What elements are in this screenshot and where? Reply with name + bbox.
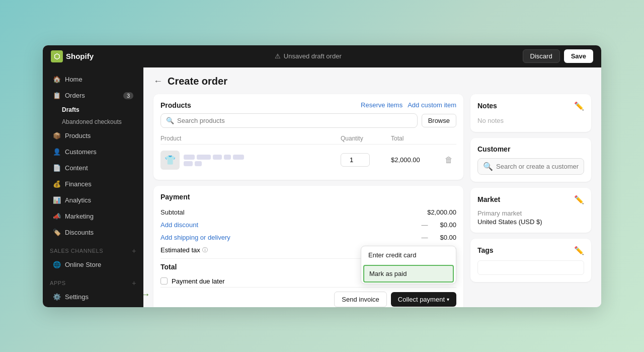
save-button[interactable]: Save [564,49,593,63]
sidebar-label-online-store: Online Store [65,261,101,268]
logo-text: Shopify [66,52,94,60]
discount-dash: — [421,221,428,229]
market-card: Market ✏️ Primary market United States (… [470,188,591,233]
content-icon: 📄 [53,164,61,172]
sidebar-item-online-store[interactable]: 🌐 Online Store [46,257,140,272]
add-custom-item-button[interactable]: Add custom item [408,101,456,109]
tax-label: Estimated tax ⓘ [160,246,208,254]
products-card-title: Products [160,101,191,109]
customer-search-input[interactable] [496,163,581,170]
sales-channels-label: Sales channels [50,248,103,254]
subtotal-value: $2,000.00 [427,208,456,216]
apps-section: Apps + [43,273,143,289]
product-sku-row-2 [184,161,244,166]
sidebar-item-products[interactable]: 📦 Products [46,128,140,144]
notes-text: No notes [477,117,504,124]
sku-chip-3 [213,155,222,160]
delete-product-button[interactable]: 🗑 [441,156,456,165]
table-row: 👕 [160,148,456,173]
page-title: Create order [168,76,227,87]
payment-due-checkbox[interactable] [160,277,168,285]
finances-icon: 💰 [53,180,61,188]
product-search-icon: 🔍 [166,117,174,124]
product-info: 👕 [160,151,341,170]
products-icon: 📦 [53,132,61,140]
payment-due-later-label: Payment due later [172,277,225,285]
collect-payment-button[interactable]: Collect payment ▾ [391,292,456,307]
sidebar-item-marketing[interactable]: 📣 Marketing [46,209,140,224]
add-shipping-button[interactable]: Add shipping or delivery [160,234,230,241]
analytics-icon: 📊 [53,196,61,204]
sidebar-item-analytics[interactable]: 📊 Analytics [46,193,140,208]
sidebar-item-settings[interactable]: ⚙️ Settings [46,290,140,305]
tags-edit-button[interactable]: ✏️ [574,246,584,255]
subtotal-row: Subtotal $2,000.00 [160,206,456,219]
sidebar-item-home[interactable]: 🏠 Home [46,72,140,87]
tags-input[interactable] [477,260,584,275]
apps-label: Apps [50,280,66,286]
product-price: $2,000.00 [391,156,441,164]
sidebar-item-orders[interactable]: 📋 Orders 3 [46,88,140,103]
total-label: Total [160,263,177,271]
sidebar-item-content[interactable]: 📄 Content [46,161,140,176]
customer-card: Customer 🔍 [470,138,591,182]
send-invoice-button[interactable]: Send invoice [334,292,386,307]
customer-search-wrapper: 🔍 [477,158,584,175]
sku-chip-4 [224,155,231,160]
sidebar-label-settings: Settings [65,293,89,301]
discounts-icon: 🏷️ [53,229,61,237]
sidebar-label-home: Home [65,76,83,83]
sidebar: 🏠 Home 📋 Orders 3 Drafts Abandoned check… [43,67,143,307]
sidebar-item-discounts[interactable]: 🏷️ Discounts [46,225,140,240]
col-total: Total [391,135,441,142]
add-discount-button[interactable]: Add discount [160,221,198,229]
reserve-items-button[interactable]: Reserve items [361,101,403,109]
market-value: United States (USD $) [477,218,584,226]
notes-card-header: Notes ✏️ [477,101,584,111]
notes-edit-button[interactable]: ✏️ [574,101,584,111]
discount-row: Add discount — $0.00 [160,219,456,231]
discount-value: $0.00 [440,221,456,229]
tax-info-icon[interactable]: ⓘ [202,246,208,254]
sidebar-label-content: Content [65,164,88,172]
home-icon: 🏠 [53,76,61,84]
mark-as-paid-option[interactable]: Mark as paid [363,265,454,283]
notes-card: Notes ✏️ No notes [470,94,591,132]
market-card-title: Market [477,195,500,203]
browse-button[interactable]: Browse [422,114,456,127]
market-edit-button[interactable]: ✏️ [574,195,584,204]
main-layout: 🏠 Home 📋 Orders 3 Drafts Abandoned check… [43,67,601,307]
enter-credit-card-option[interactable]: Enter credit card [361,246,456,264]
settings-icon: ⚙️ [53,293,61,301]
sidebar-item-customers[interactable]: 👤 Customers [46,145,140,160]
warning-icon: ⚠ [275,52,281,60]
tags-card: Tags ✏️ [470,239,591,282]
col-product: Product [160,135,341,142]
sidebar-label-finances: Finances [65,180,92,188]
tags-card-title: Tags [477,246,494,254]
page-header: ← Create order [153,76,591,87]
customers-icon: 👤 [53,148,61,156]
customer-card-title: Customer [477,145,510,153]
sidebar-item-drafts[interactable]: Drafts [43,104,143,116]
collect-payment-label: Collect payment [398,296,445,303]
back-button[interactable]: ← [153,76,163,87]
top-bar-center: ⚠ Unsaved draft order [94,52,523,60]
quantity-input[interactable] [341,153,370,167]
right-column: Notes ✏️ No notes Customer 🔍 [470,94,591,307]
marketing-icon: 📣 [53,213,61,221]
product-search-row: 🔍 Browse [160,113,456,128]
payment-card: Payment Subtotal $2,000.00 Add discount … [153,186,463,307]
sidebar-label-marketing: Marketing [65,213,94,220]
sidebar-item-abandoned-checkouts[interactable]: Abandoned checkouts [43,116,143,128]
col-quantity: Quantity [341,135,391,142]
sidebar-item-finances[interactable]: 💰 Finances [46,177,140,192]
discard-button[interactable]: Discard [523,49,560,63]
shipping-dash: — [421,234,428,241]
chevron-down-icon: ▾ [447,297,449,302]
two-column-layout: Products Reserve items Add custom item 🔍 [153,94,591,307]
market-label: Primary market [477,209,584,217]
sidebar-label-drafts: Drafts [62,106,79,113]
product-search-input[interactable] [177,117,412,124]
online-store-icon: 🌐 [53,261,61,269]
